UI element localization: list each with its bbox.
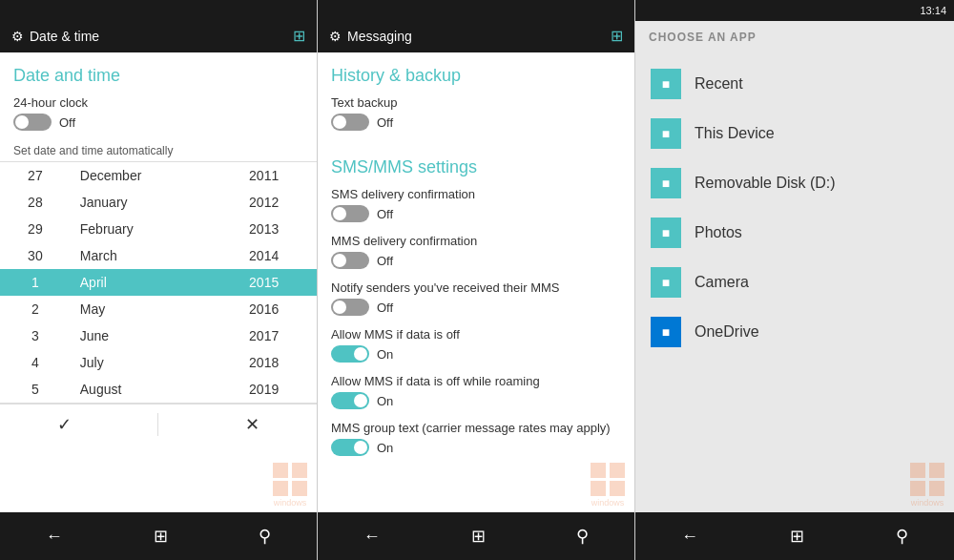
panel1-title: Date & time (30, 29, 99, 44)
year-cell: 2012 (211, 189, 317, 216)
sms-setting-4: Allow MMS if data is off while roaming O… (318, 370, 634, 417)
back-button-1[interactable]: ← (27, 519, 82, 554)
sms-toggle-row-4: On (331, 392, 621, 409)
day-cell: 29 (0, 216, 71, 242)
year-cell: 2014 (211, 242, 317, 269)
date-row[interactable]: 1 April 2015 (0, 269, 317, 296)
panel2-title: Messaging (347, 29, 412, 44)
topbar-time: 13:14 (920, 5, 946, 16)
sms-toggle-row-0: Off (331, 205, 621, 222)
sms-setting-3: Allow MMS if data is off On (318, 323, 634, 370)
app-icon-3: ■ (651, 218, 681, 248)
sms-toggle-row-1: Off (331, 252, 621, 269)
sms-toggle-text-1: Off (377, 254, 393, 268)
sms-toggle-knob-1 (333, 254, 346, 267)
sms-label-2: Notify senders you've received their MMS (331, 280, 621, 295)
day-cell: 5 (0, 376, 71, 403)
date-row[interactable]: 29 February 2013 (0, 216, 317, 242)
sms-toggle-text-4: On (377, 394, 393, 408)
year-cell: 2016 (211, 296, 317, 322)
app-item-removable-disk-(d:)[interactable]: ■ Removable Disk (D:) (635, 158, 954, 208)
clock-toggle-knob (15, 115, 29, 129)
home-button-3[interactable]: ⊞ (771, 518, 823, 554)
action-separator (157, 413, 158, 436)
choose-header: CHOOSE AN APP (635, 21, 954, 52)
sms-settings: SMS delivery confirmation Off MMS delive… (318, 183, 634, 464)
date-row[interactable]: 28 January 2012 (0, 189, 317, 216)
text-backup-label: Text backup (331, 95, 621, 110)
date-row[interactable]: 2 May 2016 (0, 296, 317, 322)
home-button-2[interactable]: ⊞ (452, 518, 505, 554)
app-name-3: Photos (695, 224, 742, 241)
date-row[interactable]: 5 August 2019 (0, 376, 317, 403)
sms-toggle-knob-3 (354, 347, 367, 361)
sms-toggle-knob-5 (354, 441, 367, 454)
sms-toggle-text-0: Off (377, 207, 393, 221)
date-actions: ✓ ✕ (0, 404, 317, 445)
app-item-photos[interactable]: ■ Photos (635, 208, 954, 258)
cancel-date-button[interactable]: ✕ (217, 410, 288, 439)
panel-messaging: ⚙ Messaging ⊞ History & backup Text back… (318, 0, 635, 560)
back-button-2[interactable]: ← (344, 519, 400, 554)
sms-toggle-5[interactable] (331, 439, 369, 456)
month-cell: June (71, 322, 212, 349)
sms-setting-2: Notify senders you've received their MMS… (318, 277, 634, 323)
gear-icon-2: ⚙ (329, 29, 342, 44)
sms-label-4: Allow MMS if data is off while roaming (331, 374, 621, 388)
clock-toggle-text: Off (59, 115, 75, 130)
date-row[interactable]: 30 March 2014 (0, 242, 317, 269)
year-cell: 2013 (211, 216, 317, 242)
month-cell: March (71, 242, 212, 269)
sms-toggle-text-3: On (377, 347, 393, 362)
sms-label-3: Allow MMS if data is off (331, 327, 621, 342)
app-item-onedrive[interactable]: ■ OneDrive (635, 307, 954, 357)
pin-icon-1[interactable]: ⊞ (293, 27, 305, 45)
app-item-recent[interactable]: ■ Recent (635, 59, 954, 109)
date-row[interactable]: 3 June 2017 (0, 322, 317, 349)
clock-setting: 24-hour clock Off (0, 92, 317, 138)
sms-toggle-row-5: On (331, 439, 621, 456)
search-button-1[interactable]: ⚲ (239, 518, 290, 554)
year-cell: 2017 (211, 322, 317, 349)
app-name-2: Removable Disk (D:) (695, 175, 836, 192)
sms-toggle-text-2: Off (377, 301, 393, 315)
app-item-camera[interactable]: ■ Camera (635, 258, 954, 307)
day-cell: 27 (0, 162, 71, 189)
search-button-3[interactable]: ⚲ (877, 518, 927, 554)
app-name-0: Recent (695, 75, 743, 93)
sms-toggle-text-5: On (377, 441, 393, 455)
pin-icon-2[interactable]: ⊞ (611, 27, 623, 45)
app-icon-5: ■ (651, 317, 681, 347)
sms-toggle-0[interactable] (331, 205, 369, 222)
day-cell: 3 (0, 322, 71, 349)
text-backup-toggle[interactable] (331, 114, 369, 131)
sms-label-1: MMS delivery confirmation (331, 234, 621, 248)
date-row[interactable]: 4 July 2018 (0, 349, 317, 376)
topbar-2 (318, 0, 634, 21)
section-date-time: Date and time (0, 52, 317, 92)
panel3-content: ■ Recent ■ This Device ■ Removable Disk … (635, 52, 954, 512)
app-icon-0: ■ (651, 69, 681, 99)
sms-toggle-1[interactable] (331, 252, 369, 269)
choose-title: CHOOSE AN APP (649, 31, 941, 44)
clock-toggle[interactable] (13, 114, 52, 131)
history-section: History & backup (318, 52, 634, 92)
back-button-3[interactable]: ← (662, 519, 717, 554)
confirm-date-button[interactable]: ✓ (29, 410, 100, 439)
year-cell: 2011 (211, 162, 317, 189)
home-button-1[interactable]: ⊞ (135, 518, 187, 554)
header-1: ⚙ Date & time ⊞ (0, 21, 317, 52)
sms-toggle-2[interactable] (331, 299, 369, 316)
sms-toggle-3[interactable] (331, 345, 369, 363)
date-table: 27 December 2011 28 January 2012 29 Febr… (0, 162, 317, 403)
date-picker[interactable]: 27 December 2011 28 January 2012 29 Febr… (0, 161, 317, 404)
date-row[interactable]: 27 December 2011 (0, 162, 317, 189)
text-backup-setting: Text backup Off (318, 92, 634, 138)
month-cell: February (71, 216, 212, 242)
sms-label-5: MMS group text (carrier message rates ma… (331, 421, 621, 435)
day-cell: 4 (0, 349, 71, 376)
sms-toggle-knob-4 (354, 394, 367, 407)
app-item-this-device[interactable]: ■ This Device (635, 109, 954, 158)
sms-toggle-4[interactable] (331, 392, 369, 409)
search-button-2[interactable]: ⚲ (557, 518, 608, 554)
